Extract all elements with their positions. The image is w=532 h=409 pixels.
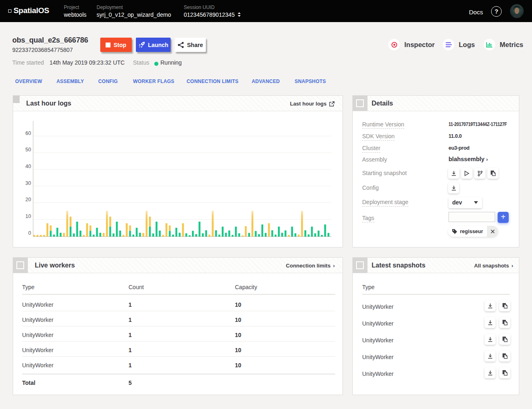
svg-text:30: 30 (25, 180, 31, 186)
svg-text:60: 60 (25, 130, 31, 136)
svg-text:50: 50 (25, 147, 31, 153)
svg-text:40: 40 (25, 164, 31, 169)
svg-text:10: 10 (25, 213, 31, 219)
svg-text:20: 20 (25, 197, 31, 202)
svg-text:0: 0 (28, 230, 31, 236)
